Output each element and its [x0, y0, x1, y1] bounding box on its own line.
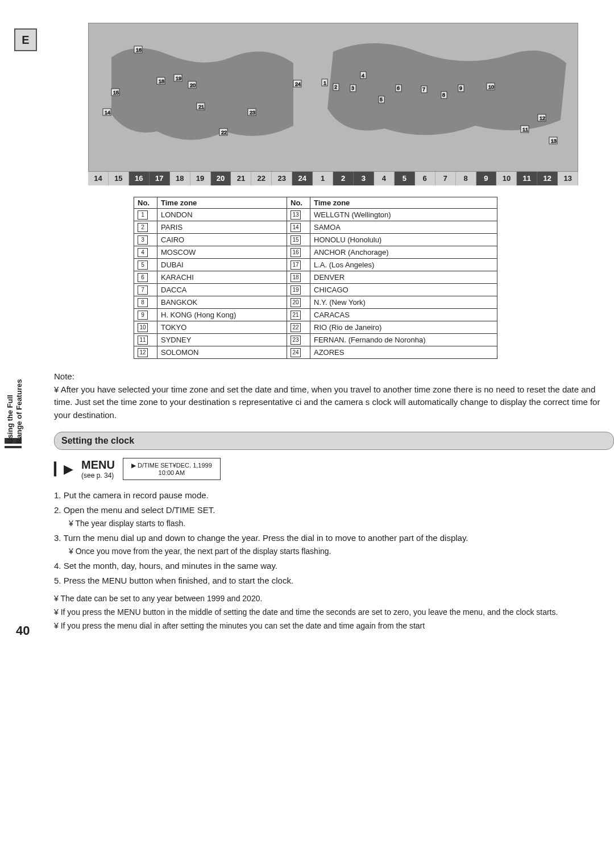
svg-text:23: 23	[250, 110, 255, 115]
step: 2. Open the menu and select D/TIME SET.	[54, 503, 614, 518]
table-row: 7DACCA19CHICAGO	[134, 284, 497, 296]
timezone-table: No. Time zone No. Time zone 1LONDON13WEL…	[134, 197, 497, 359]
time-strip-cell: 18	[170, 172, 190, 185]
menu-reference: ▎▶ MENU (see p. 34) ▶ D/TIME SET¥DEC. 1,…	[54, 458, 614, 480]
svg-text:22: 22	[221, 130, 227, 135]
table-row: 4MOSCOW16ANCHOR (Anchorage)	[134, 246, 497, 259]
svg-text:9: 9	[459, 85, 462, 91]
svg-text:5: 5	[380, 97, 383, 102]
footnote: ¥ If you press the menu dial in after se…	[54, 619, 614, 633]
time-strip-cell: 2	[333, 172, 354, 185]
svg-text:6: 6	[397, 85, 400, 91]
step-sub: ¥ The year display starts to flash.	[69, 517, 614, 531]
time-strip-cell: 24	[292, 172, 313, 185]
note-heading: Note:	[54, 370, 614, 383]
svg-text:14: 14	[105, 110, 110, 115]
time-strip-cell: 9	[476, 172, 497, 185]
svg-text:16: 16	[136, 47, 142, 53]
note-text: ¥ After you have selected your time zone…	[54, 383, 614, 422]
table-row: 1LONDON13WELLGTN (Wellington)	[134, 209, 497, 221]
side-label: Using the Full Range of Features	[6, 379, 23, 444]
time-strip-cell: 21	[231, 172, 251, 185]
menu-label: MENU	[81, 458, 115, 472]
step: 3. Turn the menu dial up and down to cha…	[54, 531, 614, 545]
time-strip-cell: 15	[109, 172, 129, 185]
svg-text:13: 13	[551, 138, 557, 144]
svg-text:8: 8	[442, 92, 445, 98]
time-strip-cell: 13	[558, 172, 578, 185]
svg-text:3: 3	[351, 85, 354, 91]
svg-text:4: 4	[362, 73, 364, 78]
table-header: No.	[287, 197, 310, 209]
instruction-list: 1. Put the camera in record pause mode. …	[54, 488, 614, 588]
page-number: 40	[16, 623, 30, 638]
time-strip-cell: 16	[129, 172, 150, 185]
time-strip-cell: 4	[374, 172, 395, 185]
time-strip-cell: 11	[517, 172, 537, 185]
svg-text:2: 2	[334, 84, 337, 90]
lcd-line: 10:00 AM	[131, 469, 212, 476]
menu-pointer-icon: ▎▶	[54, 462, 73, 477]
svg-text:18: 18	[159, 78, 164, 84]
time-strip-cell: 3	[354, 172, 374, 185]
svg-text:11: 11	[522, 127, 528, 133]
table-row: 3CAIRO15HONOLU (Honolulu)	[134, 234, 497, 246]
svg-text:19: 19	[176, 76, 181, 81]
time-strip-cell: 20	[211, 172, 231, 185]
footnotes: ¥ The date can be set to any year betwee…	[54, 592, 614, 633]
table-row: 11SYDNEY23FERNAN. (Fernando de Noronha)	[134, 334, 497, 346]
note-block: Note: ¥ After you have selected your tim…	[54, 370, 614, 421]
time-zone-strip: 141516171819202122232412345678910111213	[88, 172, 578, 185]
svg-text:12: 12	[540, 115, 545, 121]
menu-page-ref: (see p. 34)	[81, 472, 115, 480]
svg-text:1: 1	[323, 80, 326, 86]
svg-text:21: 21	[198, 104, 204, 110]
time-strip-cell: 1	[313, 172, 333, 185]
time-strip-cell: 7	[435, 172, 456, 185]
time-strip-cell: 23	[272, 172, 292, 185]
time-strip-cell: 8	[456, 172, 476, 185]
time-strip-cell: 22	[251, 172, 272, 185]
table-header: Time zone	[310, 197, 497, 209]
svg-text:20: 20	[190, 82, 196, 88]
table-row: 10TOKYO22RIO (Rio de Janeiro)	[134, 321, 497, 334]
table-row: 12SOLOMON24AZORES	[134, 346, 497, 359]
table-row: 8BANGKOK20N.Y. (New York)	[134, 296, 497, 309]
lcd-display: ▶ D/TIME SET¥DEC. 1,1999 10:00 AM	[123, 458, 221, 480]
time-strip-cell: 19	[190, 172, 211, 185]
svg-text:15: 15	[113, 90, 119, 96]
table-row: 6KARACHI18DENVER	[134, 271, 497, 284]
table-row: 5DUBAI17L.A. (Los Angeles)	[134, 259, 497, 271]
lcd-line: ▶ D/TIME SET¥DEC. 1,1999	[131, 462, 212, 469]
time-strip-cell: 17	[150, 172, 170, 185]
section-tab: E	[14, 28, 37, 51]
step-sub: ¥ Once you move from the year, the next …	[69, 545, 614, 559]
svg-text:24: 24	[295, 81, 301, 87]
step: 5. Press the MENU button when finished, …	[54, 573, 614, 588]
step: 4. Set the month, day, hours, and minute…	[54, 559, 614, 573]
svg-text:10: 10	[488, 84, 494, 90]
time-strip-cell: 6	[415, 172, 435, 185]
table-row: 9H. KONG (Hong Kong)21CARACAS	[134, 309, 497, 321]
time-strip-cell: 12	[537, 172, 558, 185]
side-decoration	[5, 446, 22, 448]
side-label-text: Range of Features	[15, 379, 23, 444]
table-header: No.	[134, 197, 157, 209]
table-header: Time zone	[157, 197, 287, 209]
section-heading: Setting the clock	[54, 432, 614, 450]
time-strip-cell: 14	[88, 172, 109, 185]
footnote: ¥ If you press the MENU button in the mi…	[54, 606, 614, 619]
world-map-figure: 16 18 19 20 15 14 21 22 23 24 1 2 3 4 5 …	[88, 23, 578, 172]
time-strip-cell: 10	[496, 172, 517, 185]
step: 1. Put the camera in record pause mode.	[54, 488, 614, 503]
table-row: 2PARIS14SAMOA	[134, 221, 497, 234]
footnote: ¥ The date can be set to any year betwee…	[54, 592, 614, 606]
side-label-text: Using the Full	[6, 395, 14, 444]
time-strip-cell: 5	[395, 172, 415, 185]
svg-text:7: 7	[422, 86, 425, 92]
